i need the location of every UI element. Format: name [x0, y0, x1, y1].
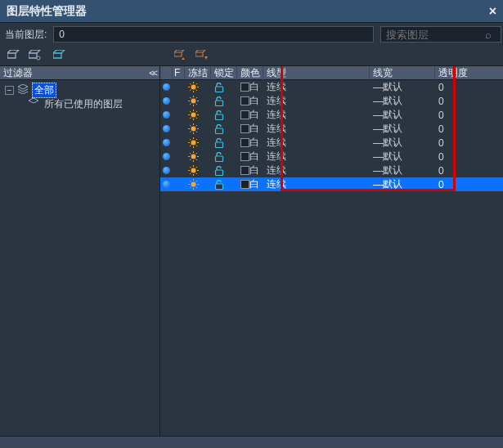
cell-transparency[interactable]: 0 [435, 122, 473, 136]
cell-freeze[interactable] [185, 136, 211, 150]
cell-on[interactable] [173, 108, 185, 122]
cell-on[interactable] [173, 80, 185, 94]
cell-linetype[interactable]: 连续 [263, 122, 370, 136]
cell-freeze[interactable] [185, 94, 211, 108]
cell-freeze[interactable] [185, 80, 211, 94]
cell-lock[interactable] [211, 122, 237, 136]
col-on[interactable]: F [173, 66, 185, 80]
new-layer-frozen-icon[interactable] [28, 49, 43, 62]
cell-color[interactable]: 白 [237, 136, 263, 150]
tree-root-all[interactable]: − 全部 [5, 83, 155, 97]
current-layer-value[interactable]: 0 [53, 26, 374, 43]
cell-color[interactable]: 白 [237, 122, 263, 136]
delete-layer-icon[interactable] [52, 49, 67, 62]
cell-linetype[interactable]: 连续 [263, 80, 370, 94]
cell-lineweight[interactable]: —— 默认 [370, 94, 435, 108]
cell-freeze[interactable] [185, 164, 211, 177]
cell-lineweight[interactable]: —— 默认 [370, 136, 435, 150]
cell-status[interactable] [160, 136, 173, 150]
col-lock[interactable]: 锁定 [211, 66, 237, 80]
cell-lineweight[interactable]: —— 默认 [370, 108, 435, 122]
col-status[interactable] [160, 66, 173, 80]
cell-lock[interactable] [211, 177, 237, 191]
cell-transparency[interactable]: 0 [435, 108, 473, 122]
cell-linetype[interactable]: 连续 [263, 150, 370, 164]
cell-transparency[interactable]: 0 [435, 177, 473, 191]
cell-freeze[interactable] [185, 177, 211, 191]
cell-lock[interactable] [211, 94, 237, 108]
cell-linetype[interactable]: 连续 [263, 164, 370, 177]
cell-lineweight[interactable]: —— 默认 [370, 177, 435, 191]
cell-on[interactable] [173, 177, 185, 191]
cell-color[interactable]: 白 [237, 108, 263, 122]
cell-lock[interactable] [211, 108, 237, 122]
cell-linetype[interactable]: 连续 [263, 94, 370, 108]
tree-label-used[interactable]: 所有已使用的图层 [43, 97, 124, 111]
cell-color[interactable]: 白 [237, 150, 263, 164]
cell-color[interactable]: 白 [237, 177, 263, 191]
color-name: 白 [249, 122, 259, 136]
cell-on[interactable] [173, 150, 185, 164]
col-color[interactable]: 颜色 [237, 66, 263, 80]
layer-states-icon[interactable] [173, 49, 188, 62]
cell-transparency[interactable]: 0 [435, 150, 473, 164]
cell-lock[interactable] [211, 164, 237, 177]
cell-color[interactable]: 白 [237, 80, 263, 94]
cell-status[interactable] [160, 80, 173, 94]
cell-status[interactable] [160, 122, 173, 136]
layer-previous-icon[interactable] [195, 49, 209, 62]
cell-lock[interactable] [211, 136, 237, 150]
cell-transparency[interactable]: 0 [435, 136, 473, 150]
table-row[interactable]: 白连续—— 默认0 [160, 94, 503, 108]
cell-on[interactable] [173, 164, 185, 177]
sun-icon [188, 179, 199, 190]
col-transparency[interactable]: 透明度 [435, 66, 473, 80]
table-row[interactable]: 白连续—— 默认0 [160, 177, 503, 191]
filter-tree[interactable]: − 全部 所有已使用的图层 [0, 80, 159, 436]
table-row[interactable]: 白连续—— 默认0 [160, 122, 503, 136]
cell-lock[interactable] [211, 80, 237, 94]
cell-status[interactable] [160, 177, 173, 191]
cell-linetype[interactable]: 连续 [263, 177, 370, 191]
tree-toggle-icon[interactable]: − [5, 86, 14, 95]
cell-lineweight[interactable]: —— 默认 [370, 122, 435, 136]
cell-status[interactable] [160, 94, 173, 108]
cell-status[interactable] [160, 150, 173, 164]
cell-lineweight[interactable]: —— 默认 [370, 164, 435, 177]
col-freeze[interactable]: 冻结 [185, 66, 211, 80]
close-icon[interactable]: × [489, 4, 496, 19]
cell-on[interactable] [173, 94, 185, 108]
cell-freeze[interactable] [185, 108, 211, 122]
cell-transparency[interactable]: 0 [435, 164, 473, 177]
cell-linetype[interactable]: 连续 [263, 136, 370, 150]
color-swatch-icon [240, 138, 249, 147]
cell-on[interactable] [173, 136, 185, 150]
cell-color[interactable]: 白 [237, 164, 263, 177]
cell-freeze[interactable] [185, 122, 211, 136]
table-row[interactable]: 白连续—— 默认0 [160, 108, 503, 122]
cell-status[interactable] [160, 108, 173, 122]
collapse-icon[interactable]: << [149, 68, 156, 78]
table-row[interactable]: 白连续—— 默认0 [160, 164, 503, 177]
table-row[interactable]: 白连续—— 默认0 [160, 136, 503, 150]
cell-status[interactable] [160, 164, 173, 177]
cell-on[interactable] [173, 122, 185, 136]
col-linetype[interactable]: 线型 [263, 66, 370, 80]
table-row[interactable]: 白连续—— 默认0 [160, 150, 503, 164]
cell-transparency[interactable]: 0 [435, 94, 473, 108]
cell-lineweight[interactable]: —— 默认 [370, 150, 435, 164]
cell-lineweight[interactable]: —— 默认 [370, 80, 435, 94]
cell-linetype[interactable]: 连续 [263, 108, 370, 122]
filter-panel: 过滤器 << − 全部 所有已使用的图层 [0, 66, 160, 436]
cell-color[interactable]: 白 [237, 94, 263, 108]
new-layer-icon[interactable] [7, 49, 21, 62]
color-swatch-icon [240, 124, 249, 133]
tree-item-used[interactable]: 所有已使用的图层 [28, 97, 155, 111]
cell-freeze[interactable] [185, 150, 211, 164]
cell-transparency[interactable]: 0 [435, 80, 473, 94]
search-input[interactable] [380, 26, 501, 43]
col-lineweight[interactable]: 线宽 [370, 66, 435, 80]
cell-lock[interactable] [211, 150, 237, 164]
tree-label-all[interactable]: 全部 [32, 83, 56, 98]
table-row[interactable]: 白连续—— 默认0 [160, 80, 503, 94]
